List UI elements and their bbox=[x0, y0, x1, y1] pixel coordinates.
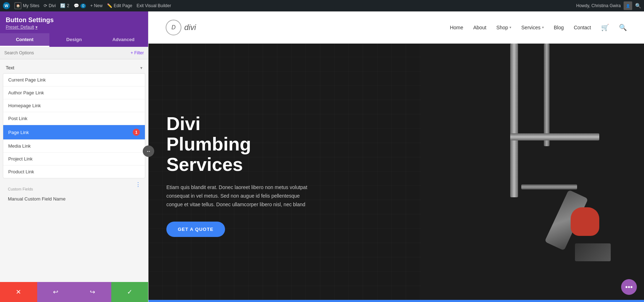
edit-page-button[interactable]: ✏️ Edit Page bbox=[107, 3, 132, 8]
sidebar-preset[interactable]: Preset: Default ▾ bbox=[6, 25, 142, 30]
cart-icon[interactable]: 🛒 bbox=[601, 24, 609, 31]
hero-title: Divi Plumbing Services bbox=[166, 114, 403, 175]
search-input[interactable] bbox=[4, 50, 128, 55]
wordpress-icon[interactable]: W bbox=[3, 2, 10, 9]
site-search-icon[interactable]: 🔍 bbox=[619, 24, 627, 31]
exit-builder-button[interactable]: Exit Visual Builder bbox=[137, 3, 171, 8]
tab-design[interactable]: Design bbox=[49, 33, 99, 47]
sync-icon: 🔄 bbox=[60, 3, 65, 8]
custom-fields-section: Custom Fields Manual Custom Field Name bbox=[0, 181, 148, 205]
save-button[interactable]: ✓ bbox=[111, 282, 148, 302]
shop-arrow: ▾ bbox=[509, 25, 511, 29]
chevron-down-icon: ▾ bbox=[140, 65, 142, 70]
option-post-link[interactable]: Post Link bbox=[3, 112, 145, 125]
option-project-link[interactable]: Project Link bbox=[3, 153, 145, 165]
nav-blog[interactable]: Blog bbox=[554, 25, 564, 30]
tab-advanced[interactable]: Advanced bbox=[99, 33, 148, 47]
sidebar: Button Settings Preset: Default ▾ Conten… bbox=[0, 11, 148, 302]
site-nav: D divi Home About Shop ▾ Services ▾ Blog… bbox=[148, 11, 644, 44]
nav-shop[interactable]: Shop ▾ bbox=[496, 25, 511, 30]
sidebar-body: + Filter Text ▾ Current Page Link Author… bbox=[0, 47, 148, 282]
site-icon: 🏠 bbox=[14, 2, 21, 9]
resize-handle[interactable]: ↔ bbox=[143, 145, 154, 157]
my-sites-link[interactable]: 🏠 My Sites bbox=[14, 2, 39, 9]
pipe-h2 bbox=[521, 184, 577, 189]
comment-icon: 💬 bbox=[74, 3, 79, 8]
services-arrow: ▾ bbox=[542, 25, 544, 29]
text-section-title: Text bbox=[6, 65, 14, 70]
tab-content[interactable]: Content bbox=[0, 33, 49, 47]
tool-shape bbox=[575, 243, 611, 261]
hero-left: Divi Plumbing Services Etiam quis blandi… bbox=[148, 44, 421, 300]
comments-item[interactable]: 💬 0 bbox=[74, 3, 86, 8]
website-preview: D divi Home About Shop ▾ Services ▾ Blog… bbox=[148, 11, 644, 302]
new-button[interactable]: + New bbox=[90, 3, 102, 8]
options-context-menu[interactable]: ⋮ bbox=[135, 181, 141, 188]
option-author-page-link[interactable]: Author Page Link bbox=[3, 86, 145, 99]
filter-button[interactable]: + Filter bbox=[131, 50, 144, 55]
page-link-badge: 1 bbox=[133, 129, 140, 136]
nav-home[interactable]: Home bbox=[450, 25, 463, 30]
hero-right: ••• bbox=[421, 44, 644, 300]
nav-contact[interactable]: Contact bbox=[574, 25, 591, 30]
nav-about[interactable]: About bbox=[473, 25, 487, 30]
sidebar-title: Button Settings bbox=[6, 16, 142, 24]
sidebar-tabs: Content Design Advanced bbox=[0, 33, 148, 47]
site-menu: Home About Shop ▾ Services ▾ Blog Contac… bbox=[450, 24, 627, 31]
nav-services[interactable]: Services ▾ bbox=[521, 25, 544, 30]
option-media-link[interactable]: Media Link bbox=[3, 140, 145, 153]
option-homepage-link[interactable]: Homepage Link bbox=[3, 99, 145, 112]
custom-fields-label: Custom Fields bbox=[0, 184, 148, 193]
cta-button[interactable]: GET A QUOTE bbox=[166, 222, 225, 237]
logo-name: divi bbox=[184, 23, 196, 32]
save-icon: ✓ bbox=[127, 288, 132, 296]
undo-button[interactable]: ↩ bbox=[37, 282, 74, 302]
manual-custom-field-item[interactable]: Manual Custom Field Name bbox=[0, 193, 148, 205]
text-section-header[interactable]: Text ▾ bbox=[0, 59, 148, 73]
cancel-button[interactable]: ✕ bbox=[0, 282, 37, 302]
main-layout: Button Settings Preset: Default ▾ Conten… bbox=[0, 11, 644, 302]
sidebar-footer: ✕ ↩ ↪ ✓ bbox=[0, 282, 148, 302]
howdy-text: Howdy, Christina Gwira bbox=[576, 3, 621, 8]
admin-bar: W 🏠 My Sites ⟳ Divi 🔄 2 💬 0 + New ✏️ Edi… bbox=[0, 0, 644, 11]
hero-description: Etiam quis blandit erat. Donec laoreet l… bbox=[166, 183, 317, 209]
options-list-wrapper: Current Page Link Author Page Link Homep… bbox=[0, 73, 148, 178]
pencil-icon: ✏️ bbox=[107, 3, 112, 8]
redo-icon: ↪ bbox=[90, 288, 95, 296]
hero-bottom-bar bbox=[148, 300, 644, 302]
text-options-list: Current Page Link Author Page Link Homep… bbox=[3, 73, 145, 178]
pipe-v2 bbox=[544, 44, 550, 146]
pipe-h1 bbox=[510, 133, 599, 140]
sidebar-header: Button Settings Preset: Default ▾ bbox=[0, 11, 148, 33]
glove-shape bbox=[571, 207, 599, 236]
logo-circle: D bbox=[166, 20, 181, 35]
pipe-v1 bbox=[510, 44, 518, 197]
cancel-icon: ✕ bbox=[16, 288, 21, 296]
divi-site-icon: ⟳ bbox=[44, 3, 47, 8]
option-current-page-link[interactable]: Current Page Link bbox=[3, 74, 145, 86]
hero-image bbox=[421, 44, 644, 300]
site-logo: D divi bbox=[166, 20, 196, 35]
option-page-link[interactable]: Page Link 1 bbox=[3, 125, 145, 140]
admin-bar-right: Howdy, Christina Gwira 👤 🔍 bbox=[576, 1, 641, 10]
divi-link[interactable]: ⟳ Divi bbox=[44, 3, 56, 8]
fab-button[interactable]: ••• bbox=[621, 279, 637, 295]
user-avatar[interactable]: 👤 bbox=[624, 1, 632, 10]
undo-icon: ↩ bbox=[53, 288, 58, 296]
redo-button[interactable]: ↪ bbox=[74, 282, 111, 302]
sync-item[interactable]: 🔄 2 bbox=[60, 3, 69, 8]
option-product-link[interactable]: Product Link bbox=[3, 165, 145, 178]
admin-search-icon[interactable]: 🔍 bbox=[635, 3, 641, 9]
hero-section: Divi Plumbing Services Etiam quis blandi… bbox=[148, 44, 644, 300]
search-bar: + Filter bbox=[0, 47, 148, 59]
